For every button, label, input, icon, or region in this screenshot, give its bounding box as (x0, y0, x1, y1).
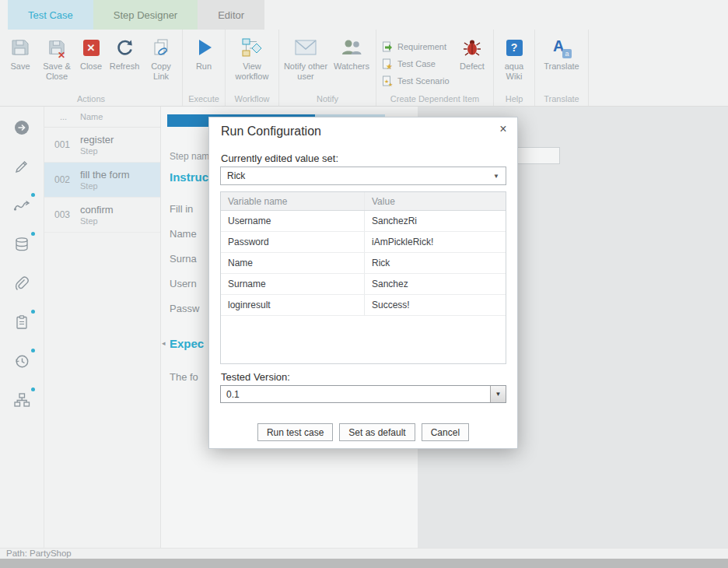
run-test-case-button[interactable]: Run test case (257, 423, 333, 441)
variable-value-cell[interactable]: SanchezRi (365, 216, 417, 226)
variable-name-cell: Surname (221, 274, 365, 294)
tested-version-combo[interactable]: 0.1 ▼ (220, 385, 506, 403)
combo-dropdown-button[interactable]: ▼ (490, 386, 506, 402)
variable-name-cell: loginresult (221, 295, 365, 315)
tested-version-value: 0.1 (221, 389, 490, 400)
col-variable-name: Variable name (221, 192, 365, 210)
variable-row: Password iAmPickleRick! (221, 232, 506, 253)
variables-table: Variable name Value Username SanchezRi P… (220, 191, 506, 364)
col-value: Value (365, 196, 395, 207)
variable-name-cell: Name (221, 253, 365, 273)
variable-name-cell: Password (221, 232, 365, 252)
cancel-button[interactable]: Cancel (422, 423, 469, 441)
variable-row: Name Rick (221, 253, 506, 274)
value-set-label: Currently edited value set: (221, 153, 338, 164)
app-window: Test Case Step Designer Editor Save ✕ Sa… (0, 0, 728, 568)
run-configuration-dialog: Run Configuration × Currently edited val… (208, 117, 518, 449)
variable-value-cell[interactable]: iAmPickleRick! (365, 237, 433, 247)
tested-version-label: Tested Version: (221, 371, 290, 383)
value-set-select[interactable]: Rick ▼ (220, 167, 506, 185)
variable-value-cell[interactable]: Sanchez (365, 279, 408, 289)
variable-value-cell[interactable]: Success! (365, 300, 410, 310)
variable-row: loginresult Success! (221, 295, 506, 316)
variable-row: Username SanchezRi (221, 211, 506, 232)
table-header: Variable name Value (221, 192, 506, 211)
dialog-buttons: Run test case Set as default Cancel (209, 423, 517, 441)
value-set-selected-value: Rick (227, 170, 245, 181)
dialog-close-button[interactable]: × (495, 121, 511, 137)
variable-row: Surname Sanchez (221, 274, 506, 295)
dialog-title: Run Configuration (221, 124, 321, 138)
chevron-down-icon: ▼ (493, 173, 499, 180)
variable-name-cell: Username (221, 211, 365, 231)
variable-value-cell[interactable]: Rick (365, 258, 390, 268)
set-as-default-button[interactable]: Set as default (339, 423, 415, 441)
